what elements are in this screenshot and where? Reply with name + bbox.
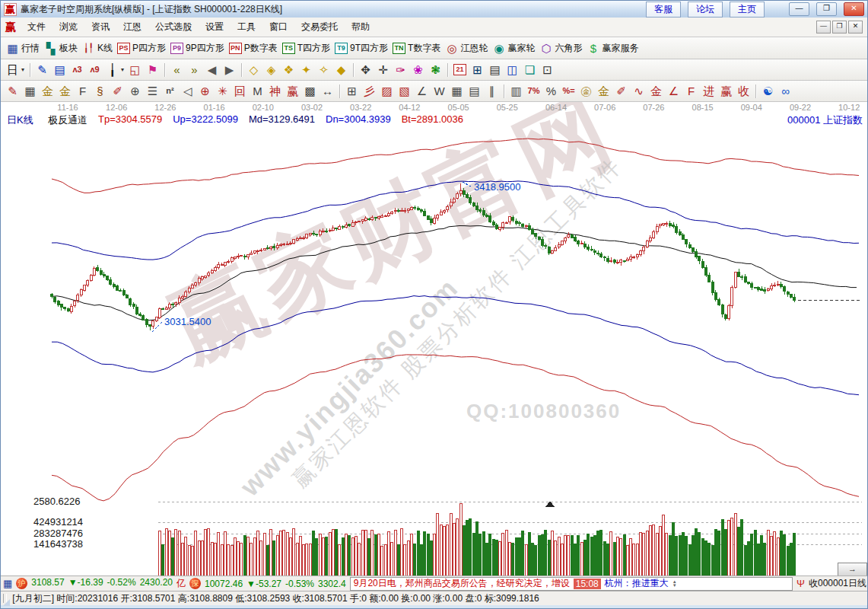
- next-bar-button[interactable]: ▶: [221, 62, 238, 77]
- t-square-button[interactable]: TST四方形: [280, 41, 332, 56]
- shen-grid-tool[interactable]: 神: [266, 84, 284, 98]
- chip-distribution-tool[interactable]: ◱: [126, 62, 144, 77]
- candle-style-selector[interactable]: ╽▾: [103, 62, 126, 77]
- gold-circle-tool[interactable]: ㊎: [577, 84, 595, 98]
- minimize-button[interactable]: —: [789, 2, 809, 16]
- angle-line-tool[interactable]: ∠: [665, 84, 682, 98]
- p-number-table-button[interactable]: PNP数字表: [227, 41, 280, 56]
- prev-bar-button[interactable]: ◀: [203, 62, 221, 77]
- homepage-button[interactable]: 主页: [730, 2, 765, 18]
- jin-angle-tool[interactable]: 进: [700, 84, 717, 98]
- t-number-table-button[interactable]: TNT数字表: [390, 41, 443, 56]
- diamond-down-button[interactable]: ◆: [332, 62, 350, 77]
- m-line-tool[interactable]: M: [249, 84, 266, 98]
- menu-tools[interactable]: 工具: [231, 19, 262, 35]
- mask-tool[interactable]: ❀: [409, 62, 427, 77]
- fan-box-tool[interactable]: ▨: [378, 84, 396, 98]
- share-button[interactable]: ❏: [521, 62, 539, 77]
- infinity-icon[interactable]: ∞: [777, 84, 794, 98]
- brush-candle-tool[interactable]: ✐: [612, 84, 630, 98]
- gold-grid-tool[interactable]: 金: [39, 84, 56, 98]
- notes-tool[interactable]: ▤: [51, 62, 68, 77]
- diamond-close-button[interactable]: ◈: [262, 62, 280, 77]
- mirror-angle-tool[interactable]: ◁: [179, 84, 196, 98]
- kline-button[interactable]: ╽╿K线: [80, 41, 115, 56]
- forum-button[interactable]: 论坛: [688, 2, 723, 18]
- mini-wave3-tool[interactable]: ʌ3: [68, 62, 86, 77]
- wave-line-tool[interactable]: ∿: [630, 84, 647, 98]
- maximize-button[interactable]: ❐: [816, 2, 837, 16]
- news-scroll-spinner[interactable]: ▲▼: [672, 580, 677, 588]
- circle-grid-tool[interactable]: ⊕: [126, 84, 144, 98]
- p-square-button[interactable]: PSP四方形: [115, 41, 168, 56]
- winner-wheel-button[interactable]: ◉赢家轮: [490, 41, 537, 56]
- resize-grip[interactable]: [3, 599, 10, 606]
- dense-grid-tool[interactable]: ▩: [301, 84, 319, 98]
- target-tool[interactable]: ⊕: [196, 84, 214, 98]
- sketch-tool[interactable]: ✎: [33, 62, 51, 77]
- mini-wave9-tool[interactable]: ʌ9: [86, 62, 103, 77]
- ying-angle-tool[interactable]: 赢: [717, 84, 735, 98]
- period-selector[interactable]: 日▾: [4, 62, 27, 77]
- crosshair-tool[interactable]: ✛: [374, 62, 392, 77]
- gold-angle-tool[interactable]: 金: [647, 84, 665, 98]
- menu-trade-entrust[interactable]: 交易委托: [294, 19, 345, 35]
- menu-help[interactable]: 帮助: [345, 19, 377, 35]
- pct-seven-tool[interactable]: 7%: [525, 84, 542, 98]
- color-kline-tool[interactable]: ⚑: [144, 62, 161, 77]
- mdi-close-button[interactable]: ✕: [848, 21, 863, 33]
- gold-line-tool[interactable]: 金: [595, 84, 612, 98]
- comb-tool[interactable]: ☰: [144, 84, 161, 98]
- starburst-tool[interactable]: ✳: [214, 84, 231, 98]
- menu-news[interactable]: 资讯: [84, 19, 116, 35]
- grid6-tool[interactable]: ▤: [466, 84, 483, 98]
- menu-file[interactable]: 文件: [21, 19, 52, 35]
- gann-wheel-button[interactable]: ◎江恩轮: [443, 41, 490, 56]
- zigzag-tool[interactable]: W: [431, 84, 448, 98]
- hand-tool[interactable]: ✥: [357, 62, 374, 77]
- menu-gann[interactable]: 江恩: [116, 19, 148, 35]
- parallel-lines-tool[interactable]: ∥: [483, 84, 501, 98]
- pct-table-tool[interactable]: ▥: [507, 84, 525, 98]
- calendar-button[interactable]: 21: [451, 63, 469, 76]
- diamond-left-button[interactable]: ❖: [280, 62, 297, 77]
- t9-square-button[interactable]: T99T四方形: [332, 41, 390, 56]
- pct-line-tool[interactable]: %=: [560, 84, 577, 98]
- hexagon-button[interactable]: ⬡六角形: [537, 41, 584, 56]
- diamond-up-button[interactable]: ✧: [315, 62, 332, 77]
- gold-grid2-tool[interactable]: 金: [56, 84, 74, 98]
- winner-service-button[interactable]: $赢家服务: [584, 41, 641, 56]
- p9-square-button[interactable]: P99P四方形: [168, 41, 227, 56]
- percent-tool[interactable]: %: [542, 84, 560, 98]
- diamond-open-button[interactable]: ◇: [245, 62, 262, 77]
- n2-tool[interactable]: n²: [161, 84, 179, 98]
- news-ticker[interactable]: 9月20日电，郑州商品交易所公告，经研究决定，增设 15:08 杭州：推进重大 …: [350, 577, 793, 591]
- ying-grid-tool[interactable]: 赢: [284, 84, 301, 98]
- chart-pane[interactable]: 赢家财富网赢家江恩软件 股票分析软件 江恩工具软件www.yingjia360.…: [1, 102, 868, 576]
- grid-tool[interactable]: ▦: [21, 84, 39, 98]
- f-grid-tool[interactable]: F: [74, 84, 91, 98]
- print-button[interactable]: ⊡: [539, 62, 556, 77]
- axis-box-tool[interactable]: ⊞: [343, 84, 361, 98]
- box-spiral-tool[interactable]: 回: [231, 84, 249, 98]
- grid5-tool[interactable]: ▦: [448, 84, 466, 98]
- save-button[interactable]: ◫: [504, 62, 521, 77]
- trend-angle-tool[interactable]: ∠: [413, 84, 431, 98]
- sectors-button[interactable]: ▚板块: [42, 41, 80, 56]
- menu-settings[interactable]: 设置: [199, 19, 231, 35]
- menu-browse[interactable]: 浏览: [52, 19, 84, 35]
- first-page-button[interactable]: «: [168, 62, 186, 77]
- span-arrow-tool[interactable]: ↔: [319, 84, 336, 98]
- mdi-restore-button[interactable]: ❐: [832, 21, 847, 33]
- spiral-tool[interactable]: §: [91, 84, 109, 98]
- calculator-button[interactable]: ⊞: [469, 62, 486, 77]
- pencil-tool[interactable]: ✎: [4, 84, 21, 98]
- fan-lines-tool[interactable]: 彡: [361, 84, 378, 98]
- shou-angle-tool[interactable]: 收: [735, 84, 752, 98]
- last-page-button[interactable]: »: [186, 62, 203, 77]
- f-angle-tool[interactable]: F: [682, 84, 700, 98]
- menu-window[interactable]: 窗口: [262, 19, 294, 35]
- close-button[interactable]: ✕: [844, 2, 864, 16]
- scroll-right-button[interactable]: →: [838, 563, 867, 576]
- diamond-right-button[interactable]: ✦: [297, 62, 315, 77]
